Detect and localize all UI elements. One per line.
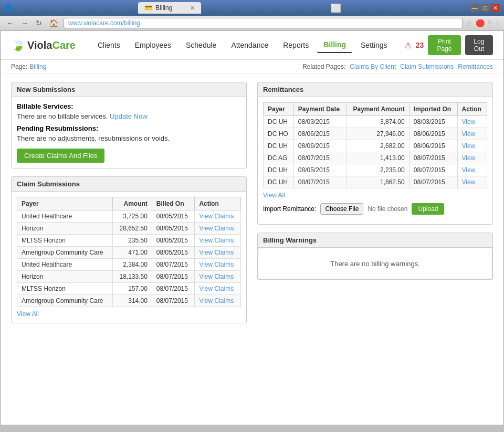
claim-submissions-body: Payer Amount Billed On Action United Hea…: [12, 192, 246, 323]
cell-action[interactable]: View Claims: [195, 295, 241, 307]
cell-action[interactable]: View: [457, 176, 487, 188]
print-page-button[interactable]: Print Page: [428, 35, 460, 55]
related-label: Related Pages:: [302, 63, 345, 70]
view-claims-link[interactable]: View Claims: [199, 285, 234, 292]
view-claims-link[interactable]: View Claims: [199, 225, 234, 232]
cell-payer: Amerigroup Community Care: [17, 295, 113, 307]
cell-action[interactable]: View: [457, 116, 487, 128]
bookmark-icon[interactable]: ☆: [466, 19, 472, 27]
tab-close-icon[interactable]: ✕: [190, 5, 195, 12]
billing-warnings-body: There are no billing warnings.: [258, 248, 492, 279]
cell-payment-amount: 1,413.00: [346, 152, 409, 164]
cell-action[interactable]: View Claims: [195, 223, 241, 235]
view-remittance-link[interactable]: View: [462, 178, 476, 186]
view-claims-link[interactable]: View Claims: [199, 261, 234, 268]
new-tab-button[interactable]: ⬜: [327, 1, 345, 15]
upload-button[interactable]: Upload: [412, 203, 444, 215]
main-content: New Submissions Billable Services: There…: [1, 74, 503, 339]
view-claims-link[interactable]: View Claims: [199, 249, 234, 256]
rem-col-payment-amount: Payment Amount: [346, 103, 409, 116]
cell-action[interactable]: View Claims: [195, 271, 241, 283]
pending-resubmissions-text: There are no adjustments, resubmissions …: [17, 134, 241, 142]
cell-payer: DC UH: [264, 140, 294, 152]
reload-button[interactable]: ↻: [34, 18, 44, 28]
logo-text: ViolaCare: [27, 39, 76, 51]
billing-warnings-title: Billing Warnings: [258, 233, 492, 248]
nav-item-settings[interactable]: Settings: [354, 38, 394, 52]
nav-item-schedule[interactable]: Schedule: [180, 38, 223, 52]
minimize-button[interactable]: —: [470, 4, 479, 12]
view-claims-link[interactable]: View Claims: [199, 297, 234, 304]
nav-item-billing[interactable]: Billing: [317, 37, 352, 53]
breadcrumb-current[interactable]: Billing: [29, 63, 46, 70]
related-pages: Related Pages: Claims By Client Claim Su…: [302, 63, 493, 70]
table-row: United Healthcare 2,384.00 08/07/2015 Vi…: [17, 259, 241, 271]
related-link-claim-submissions[interactable]: Claim Submissions: [400, 63, 454, 70]
tab-title: Billing: [155, 4, 172, 12]
view-remittance-link[interactable]: View: [462, 130, 476, 138]
choose-file-button[interactable]: Choose File: [320, 203, 363, 215]
browser-tab[interactable]: 💳 Billing ✕: [138, 2, 201, 14]
claim-submissions-view-all[interactable]: View All: [17, 310, 241, 318]
table-row: DC AG 08/07/2015 1,413.00 08/07/2015 Vie…: [264, 152, 487, 164]
maximize-button[interactable]: □: [481, 4, 489, 12]
cell-action[interactable]: View Claims: [195, 283, 241, 295]
nav-item-clients[interactable]: Clients: [91, 38, 127, 52]
cell-action[interactable]: View Claims: [195, 259, 241, 271]
update-now-link[interactable]: Update Now: [110, 112, 148, 120]
cell-payer: DC AG: [264, 152, 294, 164]
related-link-claims-by-client[interactable]: Claims By Client: [350, 63, 396, 70]
cell-payment-date: 08/07/2015: [293, 176, 346, 188]
col-billed-on: Billed On: [152, 197, 195, 210]
cell-action[interactable]: View: [457, 140, 487, 152]
view-remittance-link[interactable]: View: [462, 166, 476, 174]
view-remittance-link[interactable]: View: [462, 118, 476, 125]
cell-payer: DC HO: [264, 128, 294, 140]
remittances-table: Payer Payment Date Payment Amount Import…: [263, 102, 487, 188]
table-row: MLTSS Horizon 235.50 08/05/2015 View Cla…: [17, 235, 241, 247]
forward-button[interactable]: →: [19, 18, 30, 28]
view-remittance-link[interactable]: View: [462, 142, 476, 150]
view-claims-link[interactable]: View Claims: [199, 237, 234, 244]
cell-action[interactable]: View Claims: [195, 247, 241, 259]
remittances-view-all[interactable]: View All: [263, 192, 487, 199]
cell-action[interactable]: View: [457, 128, 487, 140]
cell-action[interactable]: View: [457, 164, 487, 176]
address-bar[interactable]: www.violacare.com/billing: [64, 18, 463, 28]
nav-item-employees[interactable]: Employees: [129, 38, 177, 52]
back-button[interactable]: ←: [4, 18, 16, 28]
view-claims-link[interactable]: View Claims: [199, 213, 234, 220]
nav-item-reports[interactable]: Reports: [277, 38, 315, 52]
cell-payment-date: 08/06/2015: [293, 140, 346, 152]
logout-button[interactable]: Log Out: [465, 35, 493, 55]
tab-icon: 💳: [144, 4, 152, 12]
create-claims-button[interactable]: Create Claims And Files: [17, 149, 104, 163]
view-remittance-link[interactable]: View: [462, 154, 476, 162]
table-row: DC UH 08/05/2015 2,235.00 08/07/2015 Vie…: [264, 164, 487, 176]
cell-imported-on: 08/07/2015: [409, 176, 457, 188]
cell-payer: DC UH: [264, 176, 294, 188]
cell-amount: 3,725.00: [113, 210, 152, 223]
nav-item-attendance[interactable]: Attendance: [225, 38, 275, 52]
pending-resubmissions-title: Pending Resubmissions:: [17, 124, 241, 132]
table-row: MLTSS Horizon 157.00 08/07/2015 View Cla…: [17, 283, 241, 295]
home-button[interactable]: 🏠: [47, 18, 60, 28]
cell-action[interactable]: View: [457, 152, 487, 164]
cell-payment-amount: 1,862.50: [346, 176, 409, 188]
related-link-remittances[interactable]: Remittances: [458, 63, 493, 70]
cell-payment-amount: 2,235.00: [346, 164, 409, 176]
stop-icon[interactable]: 🛑: [476, 19, 485, 27]
main-nav: Clients Employees Schedule Attendance Re…: [91, 37, 394, 53]
cell-payment-date: 08/06/2015: [293, 128, 346, 140]
person-icon: 👤: [4, 4, 13, 12]
flag-icon[interactable]: ⚑: [487, 19, 494, 27]
cell-payer: Amerigroup Community Care: [17, 247, 113, 259]
cell-action[interactable]: View Claims: [195, 235, 241, 247]
view-claims-link[interactable]: View Claims: [199, 273, 234, 280]
logo: 🍃 ViolaCare: [11, 38, 76, 52]
menu-icon[interactable]: ≡: [496, 19, 500, 27]
cell-action[interactable]: View Claims: [195, 210, 241, 223]
close-button[interactable]: ✕: [491, 4, 500, 12]
table-row: Horizon 18,133.50 08/07/2015 View Claims: [17, 271, 241, 283]
cell-amount: 18,133.50: [113, 271, 152, 283]
